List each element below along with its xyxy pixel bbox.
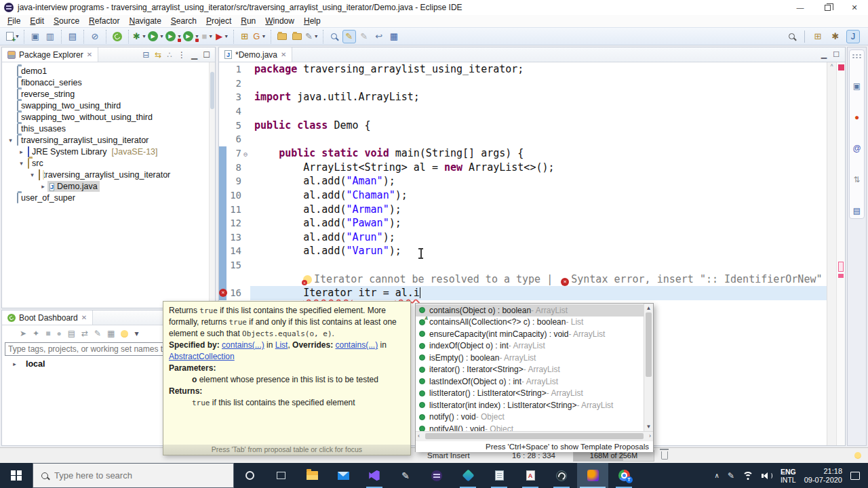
edit-icon[interactable]: ✎ bbox=[94, 329, 101, 338]
run-icon[interactable]: ▶▼ bbox=[148, 30, 164, 43]
code-line[interactable]: ✕16 Iterator itr = al.i bbox=[219, 286, 827, 300]
filters-icon[interactable]: ∴ bbox=[167, 50, 172, 60]
format-icon[interactable]: ✎ bbox=[342, 30, 356, 43]
code-line[interactable]: 14 al.add("Varun"); bbox=[219, 244, 827, 258]
update-project-icon[interactable]: G▼ bbox=[253, 30, 267, 43]
link-with-editor-icon[interactable]: ⇆ bbox=[155, 50, 161, 60]
code-line[interactable]: 15 bbox=[219, 258, 827, 272]
code-line[interactable]: 2 bbox=[219, 77, 827, 91]
scrollbar-thumb[interactable] bbox=[425, 433, 644, 439]
tree-item[interactable]: ▾traversing_arraylist_using_iterator bbox=[2, 134, 215, 146]
start-debug-icon[interactable]: ✦ bbox=[33, 329, 39, 338]
code-line[interactable]: 13 al.add("Arun"); bbox=[219, 230, 827, 245]
expander-icon[interactable]: ▾ bbox=[17, 160, 26, 167]
taskbar-app-cortana[interactable] bbox=[234, 463, 265, 488]
java-perspective-icon[interactable]: J bbox=[846, 30, 860, 43]
display-view-icon[interactable]: ▤ bbox=[853, 207, 861, 215]
package-explorer-scrollbar[interactable] bbox=[209, 62, 215, 308]
console-icon[interactable]: ● bbox=[56, 329, 61, 338]
completion-item[interactable]: notifyAll() : void - Object bbox=[416, 423, 644, 431]
minimize-view-icon[interactable]: ▁ bbox=[821, 50, 827, 59]
taskbar-search-input[interactable] bbox=[54, 470, 210, 481]
last-edit-location-icon[interactable]: ↩ bbox=[372, 30, 386, 43]
sync-view-icon[interactable]: ⇅ bbox=[853, 176, 860, 184]
relaunch-icon[interactable]: ▶▼ bbox=[216, 30, 229, 43]
code-line[interactable]: 1package traversing_arraylist_using_iter… bbox=[219, 62, 827, 77]
javadoc-link[interactable]: contains(...) bbox=[222, 340, 264, 350]
code-line[interactable]: 9 al.add("Aman"); bbox=[219, 174, 827, 188]
code-line[interactable]: 3import java.util.ArrayList; bbox=[219, 90, 827, 104]
open-perspective-icon[interactable]: ⊞ bbox=[811, 30, 825, 43]
completion-item[interactable]: indexOf(Object o) : int - ArrayList bbox=[416, 340, 644, 352]
menu-project[interactable]: Project bbox=[201, 16, 236, 26]
tree-item[interactable]: ▸JDemo.java bbox=[2, 180, 215, 192]
console-view-icon[interactable]: ▣ bbox=[853, 82, 861, 90]
pen-settings-icon[interactable]: ✎ bbox=[728, 471, 734, 481]
menu-navigate[interactable]: Navigate bbox=[124, 16, 165, 26]
javadoc-link[interactable]: contains(...) bbox=[335, 340, 378, 350]
error-range-marker[interactable] bbox=[838, 262, 844, 272]
taskbar-app-visual-studio[interactable] bbox=[359, 463, 390, 488]
lightbulb-icon[interactable] bbox=[121, 330, 128, 338]
open-type-icon[interactable] bbox=[275, 30, 289, 43]
editor-scrollbar[interactable]: ˄ bbox=[827, 62, 836, 445]
menu-file[interactable]: File bbox=[3, 16, 25, 26]
stop-icon[interactable]: ■ bbox=[45, 329, 50, 338]
taskbar-app-file-explorer[interactable] bbox=[296, 463, 328, 488]
scroll-right-icon[interactable]: › bbox=[649, 432, 651, 439]
menu-icon[interactable]: ▾ bbox=[134, 329, 138, 338]
tray-overflow-icon[interactable]: ∧ bbox=[715, 472, 719, 479]
open-resource-icon[interactable] bbox=[290, 30, 304, 43]
tree-item[interactable]: reverse_string bbox=[2, 88, 215, 100]
taskbar-app-installer[interactable]: A bbox=[515, 463, 546, 488]
taskbar-app-obs[interactable] bbox=[546, 463, 577, 488]
menu-window[interactable]: Window bbox=[260, 16, 299, 26]
skip-breakpoints-icon[interactable]: ⊘ bbox=[88, 30, 102, 43]
code-line[interactable]: 11 al.add("Arman"); bbox=[219, 203, 827, 217]
menu-refactor[interactable]: Refactor bbox=[84, 16, 124, 26]
close-icon[interactable]: ✕ bbox=[81, 314, 87, 321]
menu-help[interactable]: Help bbox=[299, 16, 326, 26]
code-line[interactable]: 5public class Demo { bbox=[219, 119, 827, 133]
completion-item[interactable]: lastIndexOf(Object o) : int - ArrayList bbox=[416, 375, 644, 388]
maximize-view-icon[interactable]: ☐ bbox=[833, 50, 840, 59]
maximize-icon[interactable]: ☐ bbox=[203, 50, 210, 60]
scrollbar-thumb[interactable] bbox=[646, 312, 652, 377]
popup-vertical-scrollbar[interactable]: ▲ ▼ bbox=[644, 304, 653, 431]
tree-item[interactable]: ▾traversing_arraylist_using_iterator bbox=[2, 169, 215, 180]
code-line[interactable]: 12 al.add("Pawan"); bbox=[219, 216, 827, 230]
completion-item[interactable]: isEmpty() : boolean - ArrayList bbox=[416, 352, 644, 364]
close-icon[interactable]: ✕ bbox=[281, 51, 286, 58]
notifications-icon[interactable] bbox=[850, 472, 860, 480]
expander-icon[interactable]: ▾ bbox=[6, 137, 15, 144]
save-icon[interactable]: ▣ bbox=[28, 30, 42, 43]
debug-perspective-icon[interactable]: ✱ bbox=[829, 30, 842, 43]
taskbar-search-box[interactable] bbox=[33, 463, 234, 488]
minimize-button[interactable]: — bbox=[787, 0, 814, 15]
stop-icon[interactable]: ■▼ bbox=[201, 30, 214, 43]
expander-icon[interactable]: ▸ bbox=[39, 183, 47, 190]
popup-horizontal-scrollbar[interactable]: ‹ › bbox=[416, 431, 653, 441]
taskbar-app-eclipse[interactable] bbox=[421, 463, 452, 488]
restore-button[interactable] bbox=[814, 0, 841, 15]
minimize-icon[interactable]: ▁ bbox=[191, 50, 197, 60]
tab-boot-dashboard[interactable]: Boot Dashboard ✕ bbox=[2, 310, 93, 325]
garbage-collect-icon[interactable] bbox=[661, 451, 668, 460]
tab-demo-java[interactable]: J *Demo.java ✕ bbox=[219, 47, 292, 62]
code-line[interactable]: 7⊖ public static void main(String[] args… bbox=[219, 146, 827, 161]
code-line[interactable]: 6 bbox=[219, 132, 827, 146]
scroll-down-icon[interactable]: ▼ bbox=[644, 424, 653, 430]
tree-item[interactable]: demo1 bbox=[2, 65, 215, 77]
properties-icon[interactable]: ▦ bbox=[107, 329, 115, 338]
fold-collapse-icon[interactable]: ⊖ bbox=[241, 147, 250, 161]
expander-icon[interactable]: ▸ bbox=[10, 361, 19, 367]
completion-item[interactable]: listIterator() : ListIterator<String> - … bbox=[416, 388, 644, 400]
relaunch-icon[interactable]: ⇄ bbox=[81, 329, 88, 338]
taskbar-app-pen-app[interactable]: ✎ bbox=[390, 463, 421, 488]
debug-icon[interactable]: ✱▼ bbox=[133, 30, 146, 43]
completion-item[interactable]: containsAll(Collection<?> c) : boolean -… bbox=[416, 317, 644, 329]
menu-edit[interactable]: Edit bbox=[25, 16, 49, 26]
new-icon[interactable]: ▼ bbox=[6, 30, 20, 43]
scroll-up-icon[interactable]: ▲ bbox=[644, 305, 653, 311]
view-menu-icon[interactable]: ⋮ bbox=[178, 50, 186, 60]
